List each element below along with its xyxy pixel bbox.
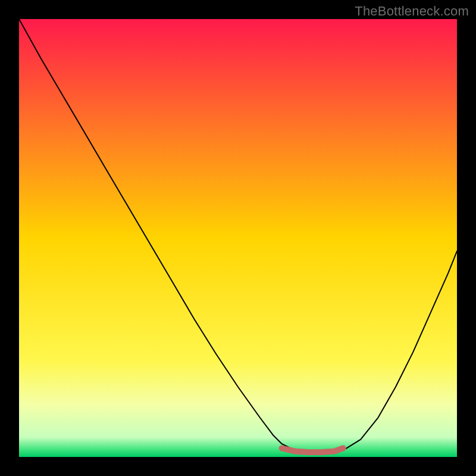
chart-frame: TheBottleneck.com [0, 0, 476, 476]
gradient-background [19, 19, 457, 457]
chart-svg [19, 19, 457, 457]
watermark-text: TheBottleneck.com [355, 4, 469, 19]
plot-area [19, 19, 457, 457]
